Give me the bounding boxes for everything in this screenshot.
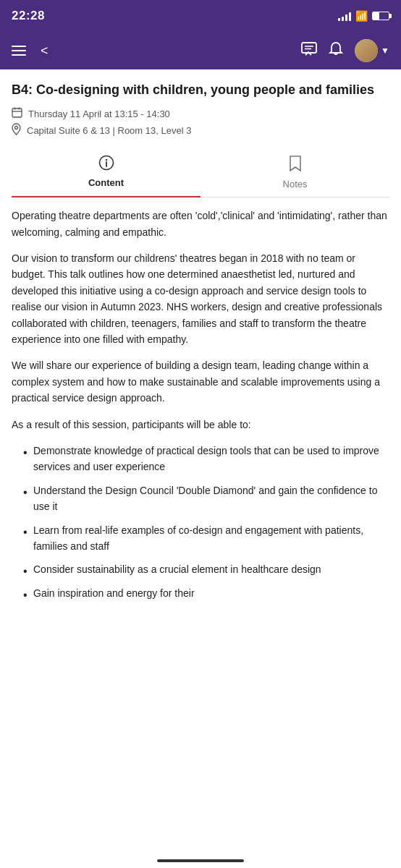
content-area: B4: Co-designing with children, young pe… bbox=[0, 69, 401, 197]
session-location: Capital Suite 6 & 13 | Room 13, Level 3 bbox=[12, 123, 389, 137]
scroll-content: Operating theatre departments are often … bbox=[0, 197, 401, 626]
list-item: • Gain inspiration and energy for their bbox=[17, 585, 389, 601]
info-icon bbox=[98, 155, 114, 174]
wifi-icon: 📶 bbox=[355, 10, 368, 22]
paragraph-3: We will share our experience of building… bbox=[12, 357, 389, 406]
session-title: B4: Co-designing with children, young pe… bbox=[12, 81, 389, 98]
bell-icon[interactable] bbox=[329, 41, 343, 61]
calendar-icon bbox=[12, 107, 22, 120]
session-date-text: Thursday 11 April at 13:15 - 14:30 bbox=[28, 109, 170, 119]
bullet-icon: • bbox=[23, 590, 28, 601]
list-item: • Consider sustainability as a crucial e… bbox=[17, 561, 389, 577]
paragraph-2: Our vision to transform our childrens' t… bbox=[12, 250, 389, 347]
list-item-text: Learn from real-life examples of co-desi… bbox=[33, 522, 389, 555]
list-item: • Learn from real-life examples of co-de… bbox=[17, 522, 389, 555]
session-meta: Thursday 11 April at 13:15 - 14:30 Capit… bbox=[12, 107, 389, 137]
location-icon bbox=[12, 123, 21, 137]
bullet-list: • Demonstrate knowledge of practical des… bbox=[17, 443, 389, 601]
list-item: • Understand the Design Council 'Double … bbox=[17, 482, 389, 515]
tab-content-label: Content bbox=[88, 177, 124, 188]
home-indicator bbox=[0, 854, 401, 868]
tab-notes-label: Notes bbox=[283, 179, 308, 190]
list-item-text: Understand the Design Council 'Double Di… bbox=[33, 482, 389, 515]
avatar bbox=[355, 39, 378, 62]
chevron-down-icon: ▼ bbox=[381, 46, 389, 56]
battery-icon bbox=[372, 12, 389, 20]
svg-rect-0 bbox=[302, 43, 316, 53]
nav-left: < bbox=[12, 43, 48, 59]
list-item: • Demonstrate knowledge of practical des… bbox=[17, 443, 389, 475]
list-item-text: Consider sustainability as a crucial ele… bbox=[33, 561, 321, 577]
signal-icon bbox=[338, 11, 351, 21]
tab-content[interactable]: Content bbox=[12, 149, 200, 197]
tab-notes[interactable]: Notes bbox=[200, 149, 389, 197]
paragraph-4: As a result of this session, participant… bbox=[12, 417, 389, 433]
nav-right: ▼ bbox=[301, 39, 389, 62]
status-time: 22:28 bbox=[12, 9, 45, 23]
svg-rect-3 bbox=[12, 109, 22, 117]
nav-bar: < ▼ bbox=[0, 32, 401, 69]
bullet-icon: • bbox=[23, 566, 28, 577]
list-item-text: Demonstrate knowledge of practical desig… bbox=[33, 443, 389, 475]
home-bar bbox=[157, 859, 244, 862]
avatar-container[interactable]: ▼ bbox=[355, 39, 389, 62]
list-item-text: Gain inspiration and energy for their bbox=[33, 585, 195, 601]
svg-point-7 bbox=[15, 127, 18, 129]
bullet-icon: • bbox=[23, 487, 28, 515]
paragraph-1: Operating theatre departments are often … bbox=[12, 208, 389, 240]
bullet-icon: • bbox=[23, 447, 28, 475]
hamburger-menu-icon[interactable] bbox=[12, 46, 26, 56]
session-location-text: Capital Suite 6 & 13 | Room 13, Level 3 bbox=[27, 125, 191, 136]
status-icons: 📶 bbox=[338, 10, 389, 22]
bookmark-icon bbox=[288, 155, 303, 176]
status-bar: 22:28 📶 bbox=[0, 0, 401, 32]
back-button[interactable]: < bbox=[41, 43, 48, 59]
svg-point-10 bbox=[105, 159, 106, 161]
session-date: Thursday 11 April at 13:15 - 14:30 bbox=[12, 107, 389, 120]
bullet-icon: • bbox=[23, 527, 28, 555]
tabs-container: Content Notes bbox=[12, 149, 389, 197]
chat-icon[interactable] bbox=[301, 42, 317, 60]
